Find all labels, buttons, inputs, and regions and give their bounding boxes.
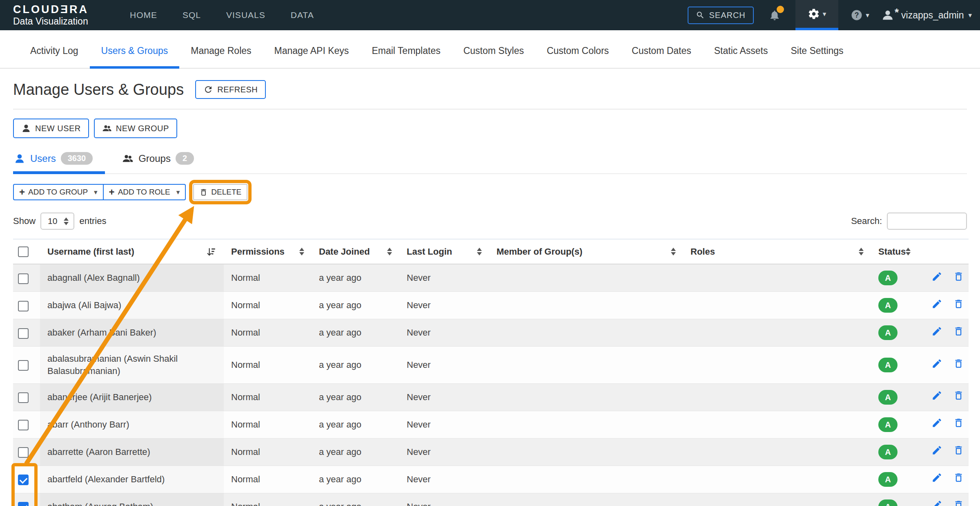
row-checkbox[interactable] [18, 301, 29, 311]
edit-user-button[interactable] [931, 271, 942, 283]
last-login-cell: Never [399, 493, 489, 506]
delete-user-button[interactable] [953, 499, 964, 506]
row-checkbox[interactable] [18, 475, 29, 485]
refresh-icon [203, 85, 213, 94]
col-header-permissions[interactable]: Permissions [231, 246, 285, 257]
status-badge: A [878, 390, 898, 405]
edit-user-button[interactable] [931, 499, 942, 506]
topnav-item-sql[interactable]: SQL [170, 10, 214, 20]
table-row: abartfeld (Alexander Bartfeld) Normal a … [13, 466, 969, 493]
sort-amount-icon[interactable] [206, 246, 216, 257]
table-search-input[interactable] [887, 213, 967, 230]
settings-menu-button[interactable]: ▾ [795, 0, 839, 30]
table-header-row: Username (first last) Permissions Date J… [13, 239, 969, 264]
edit-user-button[interactable] [931, 445, 942, 457]
edit-user-button[interactable] [931, 417, 942, 430]
status-badge: A [878, 445, 898, 459]
permissions-cell: Normal [224, 493, 312, 506]
add-to-group-button[interactable]: + ADD TO GROUP ▾ [13, 184, 104, 200]
user-menu-button[interactable]: * vizapps_admin ▾ [882, 0, 972, 30]
row-checkbox[interactable] [18, 328, 29, 339]
new-group-button[interactable]: NEW GROUP [94, 119, 177, 138]
col-header-last-login[interactable]: Last Login [407, 246, 452, 257]
row-checkbox[interactable] [18, 502, 29, 506]
delete-user-button[interactable] [953, 326, 964, 338]
subnav-item-custom-styles[interactable]: Custom Styles [452, 45, 535, 69]
subnav-item-custom-colors[interactable]: Custom Colors [535, 45, 620, 69]
subnav-item-custom-dates[interactable]: Custom Dates [620, 45, 703, 69]
row-checkbox[interactable] [18, 273, 29, 284]
row-checkbox[interactable] [18, 392, 29, 403]
sort-icon[interactable] [859, 248, 864, 255]
edit-user-button[interactable] [931, 326, 942, 338]
subnav-item-static-assets[interactable]: Static Assets [703, 45, 780, 69]
subnav-item-manage-api-keys[interactable]: Manage API Keys [263, 45, 361, 69]
select-all-checkbox[interactable] [18, 246, 29, 257]
col-header-status[interactable]: Status [878, 246, 906, 257]
delete-user-button[interactable] [953, 298, 964, 311]
subnav-item-manage-roles[interactable]: Manage Roles [179, 45, 263, 69]
groups-count-badge: 2 [176, 152, 194, 165]
edit-user-button[interactable] [931, 390, 942, 402]
table-row: abanerjee (Arijit Banerjee) Normal a yea… [13, 383, 969, 411]
subnav-item-site-settings[interactable]: Site Settings [779, 45, 855, 69]
status-badge: A [878, 298, 898, 313]
last-login-cell: Never [399, 466, 489, 493]
topnav-item-visuals[interactable]: VISUALS [214, 10, 278, 20]
refresh-button[interactable]: REFRESH [195, 80, 266, 99]
sort-icon[interactable] [906, 248, 911, 255]
delete-user-button[interactable] [953, 417, 964, 430]
page-size-select[interactable]: 10 [40, 213, 74, 230]
add-to-role-label: ADD TO ROLE [118, 188, 170, 197]
delete-user-button[interactable] [953, 271, 964, 283]
row-checkbox[interactable] [18, 447, 29, 458]
trash-icon [953, 358, 964, 369]
status-badge: A [878, 417, 898, 432]
sort-icon[interactable] [477, 248, 482, 255]
delete-user-button[interactable] [953, 445, 964, 457]
edit-user-button[interactable] [931, 298, 942, 311]
permissions-cell: Normal [224, 466, 312, 493]
show-label: Show [13, 216, 36, 226]
subnav-item-users-groups[interactable]: Users & Groups [90, 45, 180, 69]
topnav-item-data[interactable]: DATA [278, 10, 327, 20]
sort-icon[interactable] [387, 248, 392, 255]
pencil-icon [931, 326, 942, 337]
topnav-right: SEARCH ▾ ? ▾ * vizapps_admin ▾ [688, 0, 980, 30]
last-login-cell: Never [399, 383, 489, 411]
add-to-role-button[interactable]: + ADD TO ROLE ▾ [103, 184, 186, 200]
permissions-cell: Normal [224, 438, 312, 466]
tab-users[interactable]: Users 3630 [13, 149, 105, 174]
subnav-item-activity-log[interactable]: Activity Log [19, 45, 90, 69]
topnav-item-home[interactable]: HOME [117, 10, 170, 20]
page-title: Manage Users & Groups [13, 81, 184, 99]
top-navbar: CLOUDƎRA Data Visualization HOMESQLVISUA… [0, 0, 980, 30]
col-header-member-of[interactable]: Member of Group(s) [497, 246, 582, 257]
new-user-button[interactable]: NEW USER [13, 119, 89, 138]
col-header-roles[interactable]: Roles [690, 246, 715, 257]
delete-button[interactable]: DELETE [193, 184, 247, 200]
roles-cell [683, 383, 871, 411]
edit-user-button[interactable] [931, 358, 942, 370]
delete-user-button[interactable] [953, 390, 964, 402]
edit-user-button[interactable] [931, 472, 942, 484]
last-login-cell: Never [399, 438, 489, 466]
sort-icon[interactable] [671, 248, 676, 255]
row-checkbox[interactable] [18, 360, 29, 371]
brand-logo[interactable]: CLOUDƎRA Data Visualization [0, 0, 89, 30]
subnav-item-email-templates[interactable]: Email Templates [360, 45, 452, 69]
col-header-date-joined[interactable]: Date Joined [319, 246, 370, 257]
notifications-button[interactable] [768, 0, 781, 30]
delete-user-button[interactable] [953, 358, 964, 370]
last-login-cell: Never [399, 347, 489, 383]
search-button[interactable]: SEARCH [688, 7, 753, 24]
tab-groups[interactable]: Groups 2 [121, 149, 206, 174]
help-menu-button[interactable]: ? ▾ [851, 0, 869, 30]
col-header-username[interactable]: Username (first last) [47, 246, 134, 257]
delete-user-button[interactable] [953, 472, 964, 484]
row-checkbox[interactable] [18, 420, 29, 430]
member-of-cell [489, 438, 683, 466]
sort-icon[interactable] [299, 248, 304, 255]
table-search-label: Search: [851, 216, 882, 226]
user-icon [882, 9, 894, 21]
